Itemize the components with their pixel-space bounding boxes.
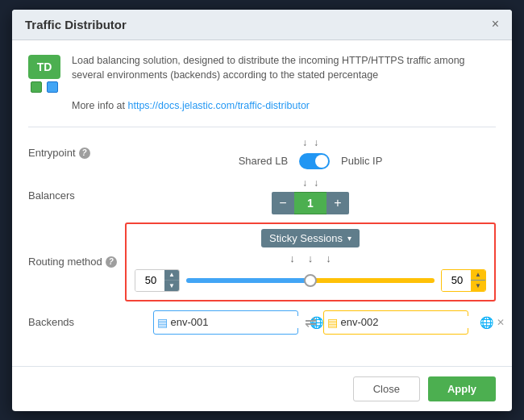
routing-method-row: Routing method ? Sticky Sessions ▾	[28, 222, 496, 301]
swap-button[interactable]: ⇌	[305, 314, 317, 331]
intro-section: TD Load balancing solution, designed to …	[28, 53, 496, 114]
routing-dropdown-button[interactable]: Sticky Sessions ▾	[261, 229, 360, 247]
backend2-close-icon[interactable]: ✕	[497, 317, 505, 328]
toggle-thumb	[315, 155, 328, 168]
close-button[interactable]: Close	[353, 376, 420, 401]
routing-dropdown: Sticky Sessions ▾	[135, 229, 486, 247]
server-icon-right	[47, 81, 58, 93]
arrow-down-2: ↓	[314, 137, 318, 148]
balancers-control: ↓ ↓ − 1 +	[125, 177, 496, 214]
backend2-globe-icon[interactable]: 🌐	[480, 316, 493, 329]
spinner-right-up[interactable]: ▲	[471, 270, 485, 281]
balancer-arrow-1: ↓	[302, 177, 307, 189]
backends-control: ▤ 🌐 ✕ ⇌ ▤ 🌐 ✕	[125, 310, 496, 335]
spinner-right-down[interactable]: ▼	[471, 281, 485, 291]
backend2-box: ▤ 🌐 ✕	[323, 310, 468, 335]
shared-lb-label: Shared LB	[239, 155, 288, 167]
entrypoint-help-icon[interactable]: ?	[79, 148, 90, 159]
dropdown-arrow-icon: ▾	[347, 234, 351, 243]
entrypoint-row: Entrypoint ? ↓ ↓ Shared LB	[28, 137, 496, 169]
traffic-right-spinner[interactable]: ▲ ▼	[441, 269, 486, 292]
traffic-left-input[interactable]	[135, 270, 166, 291]
routing-method-label: Sticky Sessions	[269, 232, 343, 244]
routing-control: Sticky Sessions ▾ ↓ ↓ ↓	[125, 222, 496, 301]
modal-footer: Close Apply	[12, 366, 512, 411]
td-logo: TD	[28, 53, 60, 93]
balancers-counter: − 1 +	[272, 192, 349, 214]
spinner-arrows-right: ▲ ▼	[471, 270, 485, 291]
server-icon-left	[31, 81, 42, 93]
routing-help-icon[interactable]: ?	[106, 256, 117, 268]
public-ip-label: Public IP	[341, 155, 382, 167]
routing-box: Sticky Sessions ▾ ↓ ↓ ↓	[125, 222, 496, 301]
spinner-left-up[interactable]: ▲	[164, 270, 179, 281]
balancers-label: Balancers	[28, 189, 125, 202]
backends-row: Backends ▤ 🌐 ✕ ⇌	[28, 310, 496, 335]
balancers-decrement-button[interactable]: −	[272, 192, 294, 214]
traffic-arrow-2: ↓	[308, 252, 314, 264]
intro-description: Load balancing solution, designed to dis…	[72, 55, 465, 81]
shared-lb-toggle[interactable]	[299, 153, 330, 169]
intro-text-block: Load balancing solution, designed to dis…	[72, 53, 496, 114]
modal-title: Traffic Distributor	[25, 18, 127, 31]
backend2-input[interactable]	[341, 316, 476, 328]
backends-label: Backends	[28, 316, 125, 328]
balancers-row: Balancers ↓ ↓ − 1 +	[28, 177, 496, 214]
backend1-box: ▤ 🌐 ✕	[153, 310, 298, 335]
modal-header: Traffic Distributor ×	[12, 10, 512, 40]
arrow-down-1: ↓	[302, 137, 307, 148]
close-x-button[interactable]: ×	[492, 18, 499, 31]
traffic-right-input[interactable]	[442, 270, 472, 291]
balancer-arrow-2: ↓	[314, 177, 318, 189]
entrypoint-controls: ↓ ↓ Shared LB Public IP	[125, 137, 496, 169]
docs-link[interactable]: https://docs.jelastic.com/traffic-distri…	[127, 100, 310, 111]
backend1-server-icon: ▤	[157, 316, 168, 329]
backend2-server-icon: ▤	[327, 316, 338, 329]
spinner-left-down[interactable]: ▼	[164, 281, 179, 291]
apply-button[interactable]: Apply	[428, 376, 496, 401]
routing-label: Routing method ?	[28, 256, 125, 268]
backend1-input[interactable]	[171, 316, 306, 328]
traffic-slider-container	[186, 277, 435, 285]
divider-1	[28, 127, 496, 127]
balancers-value: 1	[294, 192, 326, 214]
backends-list: ▤ 🌐 ✕ ⇌ ▤ 🌐 ✕	[153, 310, 468, 335]
traffic-ratio-inner: ▲ ▼ ▲	[135, 269, 486, 292]
traffic-arrow-3: ↓	[326, 252, 331, 264]
form-section: Entrypoint ? ↓ ↓ Shared LB	[28, 134, 496, 347]
traffic-left-spinner[interactable]: ▲ ▼	[135, 269, 180, 292]
traffic-slider-thumb[interactable]	[304, 274, 317, 287]
td-icon-badge: TD	[28, 55, 60, 79]
modal-body: TD Load balancing solution, designed to …	[12, 40, 512, 360]
traffic-arrows: ↓ ↓ ↓	[135, 252, 486, 264]
server-icons	[31, 81, 58, 93]
balancers-increment-button[interactable]: +	[326, 192, 349, 214]
entrypoint-label: Entrypoint ?	[28, 147, 125, 159]
spinner-arrows-left: ▲ ▼	[164, 270, 179, 291]
more-info-prefix: More info at	[72, 100, 127, 111]
traffic-distributor-modal: Traffic Distributor × TD Load balancing …	[12, 10, 512, 411]
traffic-arrow-1: ↓	[289, 252, 295, 264]
